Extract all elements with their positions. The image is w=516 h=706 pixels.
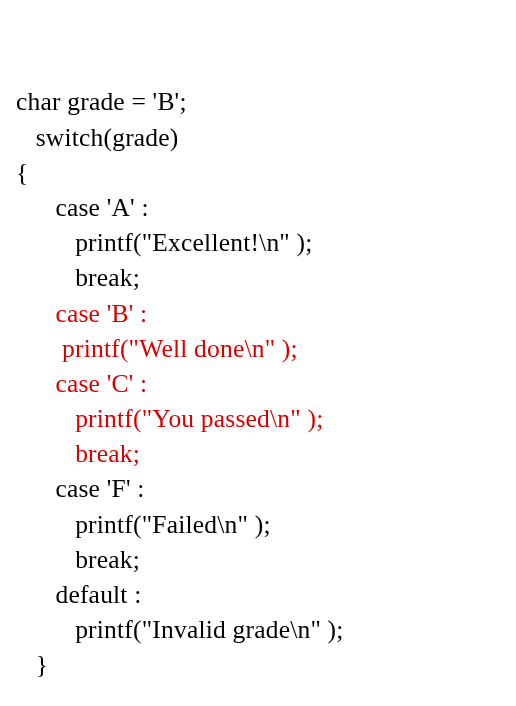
highlighted-break: break; <box>16 439 140 468</box>
code-line: default : <box>16 580 142 609</box>
code-line: printf("Failed\n" ); <box>16 510 271 539</box>
highlighted-case-b: case 'B' : <box>16 299 147 328</box>
code-line: { <box>16 158 28 187</box>
code-line: case 'F' : <box>16 474 145 503</box>
code-line: } <box>16 650 48 679</box>
code-line: printf("Invalid grade\n" ); <box>16 615 344 644</box>
highlighted-case-c: case 'C' : <box>16 369 147 398</box>
highlighted-printf-you-passed: printf("You passed\n" ); <box>16 404 323 433</box>
code-line: char grade = 'B'; <box>16 87 187 116</box>
highlighted-printf-well-done: printf("Well done\n" ); <box>16 334 298 363</box>
code-line: break; <box>16 263 140 292</box>
code-line: case 'A' : <box>16 193 149 222</box>
code-block: char grade = 'B'; switch(grade) { case '… <box>16 84 508 682</box>
code-line: break; <box>16 545 140 574</box>
code-line: switch(grade) <box>16 123 179 152</box>
code-line: printf("Excellent!\n" ); <box>16 228 313 257</box>
